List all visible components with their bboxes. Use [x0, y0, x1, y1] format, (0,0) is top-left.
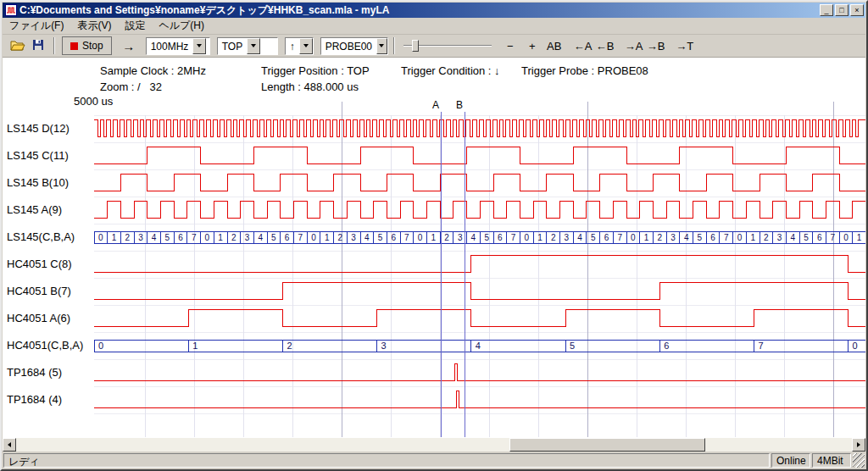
channel-label: HC4051 C(8)	[7, 251, 92, 278]
channel-label: LS145 B(10)	[7, 169, 92, 197]
svg-text:7: 7	[758, 341, 763, 351]
trigger-edge-select[interactable]: ↑	[285, 37, 314, 55]
channel-label: LS145 A(9)	[7, 197, 92, 224]
goto-marker-b-fwd-button[interactable]: →B	[646, 36, 666, 55]
svg-text:7: 7	[404, 233, 409, 242]
svg-text:7: 7	[617, 233, 622, 242]
status-message: レディ	[3, 453, 770, 468]
channel-label: LS145 C(11)	[7, 142, 92, 169]
dropdown-button[interactable]	[376, 38, 387, 54]
svg-text:3: 3	[670, 233, 676, 242]
svg-text:0: 0	[631, 233, 636, 242]
svg-text:2: 2	[658, 233, 663, 242]
goto-marker-a-fwd-button[interactable]: →A	[624, 36, 644, 55]
scroll-right-button[interactable]	[852, 438, 865, 452]
save-file-button[interactable]	[28, 36, 48, 55]
marker-fwd-buttons: →A →B	[624, 36, 666, 55]
close-button[interactable]: ×	[850, 4, 864, 16]
svg-text:7: 7	[298, 233, 303, 242]
waveform-view[interactable]: Sample Clock : 2MHz Trigger Position : T…	[3, 58, 865, 438]
online-status: Online	[771, 453, 810, 468]
scrollbar-thumb[interactable]	[509, 438, 706, 452]
goto-trigger-button[interactable]: →T	[675, 36, 695, 55]
svg-text:1: 1	[431, 233, 437, 242]
svg-text:1: 1	[112, 233, 117, 242]
run-button[interactable]: →	[119, 36, 139, 55]
svg-text:5: 5	[591, 233, 596, 242]
svg-text:1: 1	[325, 233, 330, 242]
dropdown-button[interactable]	[247, 38, 260, 54]
maximize-button[interactable]: □	[835, 4, 849, 16]
h-scrollbar[interactable]	[3, 438, 865, 452]
svg-text:2: 2	[125, 233, 131, 242]
trigger-edge-value: ↑	[286, 38, 299, 54]
trigger-jump-group: →T	[675, 36, 695, 55]
sample-clock-select[interactable]: 100MHz	[146, 37, 210, 55]
svg-text:2: 2	[338, 233, 343, 242]
save-floppy-icon	[32, 39, 44, 53]
svg-text:3: 3	[565, 233, 570, 242]
goto-marker-b-back-button[interactable]: ←B	[595, 36, 615, 55]
trigger-probe-select[interactable]: PROBE00	[320, 37, 388, 55]
menu-item[interactable]: ヘルプ(H)	[152, 16, 211, 36]
stop-label: Stop	[82, 40, 103, 52]
dropdown-button[interactable]	[192, 38, 206, 54]
svg-text:5: 5	[804, 233, 809, 242]
svg-text:3: 3	[138, 233, 143, 242]
svg-text:4: 4	[364, 233, 370, 242]
menu-item[interactable]: 設定	[118, 16, 152, 36]
svg-text:1: 1	[218, 233, 223, 242]
svg-text:2: 2	[764, 233, 769, 242]
svg-text:6: 6	[498, 233, 503, 242]
zoom-ab-button[interactable]: AB	[544, 36, 565, 55]
svg-text:6: 6	[285, 233, 290, 242]
stop-button[interactable]: Stop	[62, 36, 112, 55]
channel-label: LS145(C,B,A)	[7, 224, 92, 251]
open-file-button[interactable]	[8, 36, 28, 55]
status-bar: レディ Online 4MBit	[3, 452, 865, 468]
svg-text:A: A	[432, 99, 439, 111]
trigger-position-value: TOP	[218, 38, 247, 54]
menu-item[interactable]: ファイル(F)	[3, 16, 70, 36]
svg-text:5: 5	[378, 233, 383, 242]
svg-text:4: 4	[684, 233, 689, 242]
svg-text:0: 0	[853, 341, 858, 351]
chevron-down-icon	[303, 44, 309, 47]
minimize-button[interactable]: _	[820, 4, 833, 16]
svg-text:3: 3	[381, 341, 387, 351]
waveform-canvas[interactable]: 0123456701234567012345670123456701234567…	[3, 58, 865, 438]
zoom-buttons: − + AB	[500, 36, 565, 55]
resize-grip[interactable]	[853, 453, 865, 468]
app-icon	[5, 4, 17, 16]
svg-text:0: 0	[98, 233, 103, 242]
svg-text:0: 0	[525, 233, 530, 242]
scroll-left-button[interactable]	[3, 438, 16, 452]
channel-label: LS145 D(12)	[7, 115, 92, 142]
scrollbar-track[interactable]	[16, 438, 852, 452]
dropdown-button[interactable]	[299, 38, 313, 54]
zoom-in-button[interactable]: +	[522, 36, 542, 55]
svg-text:6: 6	[817, 233, 822, 242]
svg-text:1: 1	[537, 233, 542, 242]
svg-text:4: 4	[471, 233, 476, 242]
svg-text:1: 1	[857, 233, 862, 242]
svg-text:0: 0	[418, 233, 423, 242]
svg-text:6: 6	[178, 233, 183, 242]
slider-thumb[interactable]	[412, 40, 419, 52]
goto-marker-a-back-button[interactable]: ←A	[573, 36, 593, 55]
svg-text:3: 3	[245, 233, 250, 242]
svg-text:5: 5	[698, 233, 703, 242]
zoom-out-button[interactable]: −	[500, 36, 520, 55]
zoom-slider[interactable]	[403, 37, 492, 54]
window-title: C:¥Documents and Settings¥noname¥デスクトップ¥…	[19, 3, 816, 18]
svg-text:2: 2	[287, 341, 292, 351]
svg-text:B: B	[456, 99, 463, 111]
toolbar: Stop → 100MHz TOP ↑ PROBE00 − + AB ←A ←B…	[3, 35, 865, 58]
svg-text:6: 6	[604, 233, 609, 242]
channel-label: HC4051 B(7)	[7, 278, 92, 305]
svg-text:4: 4	[791, 233, 796, 242]
svg-text:2: 2	[444, 233, 449, 242]
toolbar-separator	[53, 37, 55, 54]
menu-item[interactable]: 表示(V)	[70, 16, 118, 36]
trigger-position-select[interactable]: TOP	[217, 37, 278, 55]
